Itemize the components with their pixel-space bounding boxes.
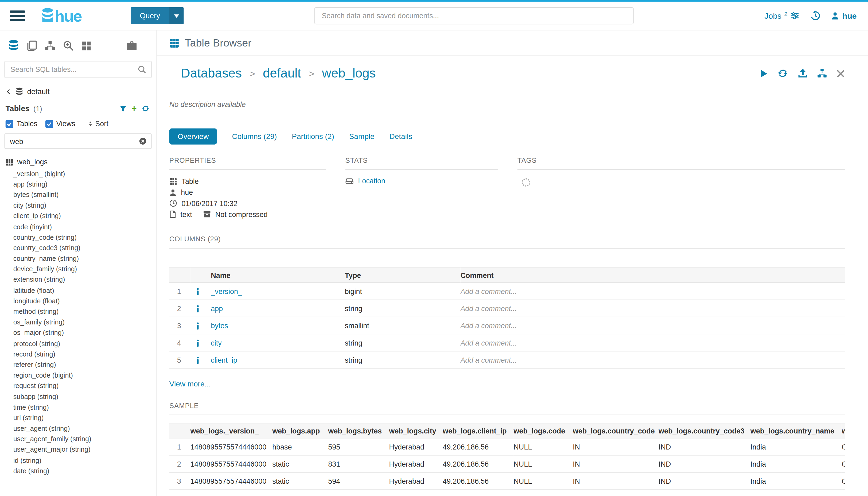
properties-section: PROPERTIES Table (169, 157, 326, 220)
clear-filter-icon[interactable] (135, 137, 151, 145)
info-icon[interactable] (196, 288, 199, 296)
history-icon[interactable] (810, 11, 821, 21)
column-item[interactable]: country_name (string) (0, 253, 156, 264)
sql-assist-icon[interactable] (8, 40, 19, 51)
breadcrumb-default[interactable]: default (263, 66, 301, 81)
column-item[interactable]: user_agent (string) (0, 423, 156, 434)
tab-overview[interactable]: Overview (169, 128, 217, 144)
filter-funnel-icon[interactable] (120, 105, 127, 112)
column-item[interactable]: country_code (string) (0, 232, 156, 243)
info-icon[interactable] (196, 322, 199, 330)
add-comment[interactable]: Add a comment... (460, 300, 845, 317)
column-name-link[interactable]: _version_ (211, 287, 242, 295)
tags-section: TAGS (518, 157, 845, 220)
tables-header: Tables (1) + (0, 99, 156, 115)
column-item[interactable]: subapp (string) (0, 391, 156, 402)
info-icon[interactable] (196, 356, 199, 364)
lineage-sitemap-icon[interactable] (817, 69, 827, 78)
location-link[interactable]: Location (345, 177, 385, 185)
tab-partitions[interactable]: Partitions (2) (292, 128, 334, 144)
column-item[interactable]: country_code3 (string) (0, 243, 156, 253)
search-icon[interactable] (133, 65, 151, 74)
add-comment[interactable]: Add a comment... (460, 317, 845, 334)
query-play-icon[interactable] (759, 68, 768, 78)
table-filter-input[interactable] (5, 137, 135, 145)
sample-column-header: web_logs.country_code3 (659, 423, 751, 438)
column-item[interactable]: city (string) (0, 200, 156, 211)
info-icon[interactable] (196, 339, 199, 347)
search-zoom-assist-icon[interactable] (63, 40, 74, 51)
column-item[interactable]: user_agent_family (string) (0, 434, 156, 445)
sample-column-header: web_logs._version_ (190, 423, 272, 438)
add-icon[interactable]: + (131, 105, 137, 112)
columns-table-row: 2 app string Add a comment... (169, 300, 845, 317)
sample-table-container[interactable]: web_logs._version_web_logs.appweb_logs.b… (169, 423, 845, 490)
table-actions (759, 68, 845, 79)
hue-logo[interactable]: hue (42, 7, 81, 24)
documents-assist-icon[interactable] (27, 40, 37, 51)
loading-spinner-icon (522, 178, 530, 187)
column-item[interactable]: request (string) (0, 381, 156, 391)
column-item[interactable]: time (string) (0, 402, 156, 413)
upload-icon[interactable] (798, 68, 808, 79)
user-menu[interactable]: hue (832, 11, 857, 20)
column-item[interactable]: record (string) (0, 349, 156, 359)
columns-header-name: Name (211, 268, 345, 283)
compression-archive-icon (203, 211, 211, 218)
sql-table-search-input[interactable] (5, 65, 133, 74)
column-item[interactable]: os_family (string) (0, 317, 156, 328)
hamburger-menu-icon[interactable] (10, 11, 25, 21)
briefcase-icon[interactable] (126, 41, 137, 50)
cluster-assist-icon[interactable] (45, 40, 55, 51)
view-more-link[interactable]: View more... (169, 380, 211, 388)
column-item[interactable]: date (string) (0, 466, 156, 477)
column-item[interactable]: app (string) (0, 179, 156, 189)
tab-details[interactable]: Details (389, 128, 412, 144)
column-name-link[interactable]: client_ip (211, 356, 237, 364)
breadcrumb-web-logs[interactable]: web_logs (322, 66, 376, 81)
column-name-link[interactable]: bytes (211, 322, 228, 330)
column-item[interactable]: os_major (string) (0, 328, 156, 338)
column-item[interactable]: protocol (string) (0, 338, 156, 349)
column-item[interactable]: method (string) (0, 306, 156, 317)
info-icon[interactable] (196, 305, 199, 313)
column-item[interactable]: client_ip (string) (0, 211, 156, 221)
add-comment[interactable]: Add a comment... (460, 352, 845, 369)
apps-grid-icon[interactable] (81, 41, 91, 50)
column-item[interactable]: id (string) (0, 455, 156, 466)
property-owner: hue (169, 187, 326, 198)
column-item[interactable]: referer (string) (0, 359, 156, 370)
column-item[interactable]: longitude (float) (0, 296, 156, 307)
column-item[interactable]: url (string) (0, 413, 156, 423)
tables-checkbox[interactable] (5, 120, 13, 127)
column-item[interactable]: _version_ (bigint) (0, 168, 156, 179)
tab-sample[interactable]: Sample (349, 128, 375, 144)
column-item[interactable]: user_agent_major (string) (0, 445, 156, 455)
views-checkbox[interactable] (45, 120, 53, 127)
column-item[interactable]: extension (string) (0, 275, 156, 285)
column-item[interactable]: device_family (string) (0, 264, 156, 275)
query-button[interactable]: Query (130, 7, 184, 24)
jobs-link[interactable]: Jobs 2 (764, 11, 800, 20)
tab-columns[interactable]: Columns (29) (232, 128, 277, 144)
breadcrumb-databases[interactable]: Databases (181, 66, 242, 81)
column-item[interactable]: latitude (float) (0, 285, 156, 296)
sort-control[interactable]: Sort (88, 120, 108, 128)
sliders-icon[interactable] (790, 12, 800, 20)
global-search-input[interactable] (314, 7, 634, 24)
column-item[interactable]: region_code (bigint) (0, 370, 156, 381)
column-name-link[interactable]: city (211, 339, 221, 347)
column-item[interactable]: bytes (smallint) (0, 189, 156, 200)
add-comment[interactable]: Add a comment... (460, 283, 845, 300)
column-name-link[interactable]: app (211, 304, 223, 312)
column-item[interactable]: code (tinyint) (0, 221, 156, 232)
add-comment[interactable]: Add a comment... (460, 334, 845, 351)
refresh-icon[interactable] (777, 68, 788, 79)
tree-item-web-logs[interactable]: web_logs (0, 156, 156, 168)
query-caret-icon[interactable] (170, 7, 184, 24)
close-icon[interactable] (836, 69, 845, 78)
refresh-icon[interactable] (142, 105, 149, 112)
query-button-label[interactable]: Query (130, 7, 170, 24)
database-breadcrumb[interactable]: default (0, 84, 156, 99)
breadcrumb-separator: > (250, 68, 255, 79)
